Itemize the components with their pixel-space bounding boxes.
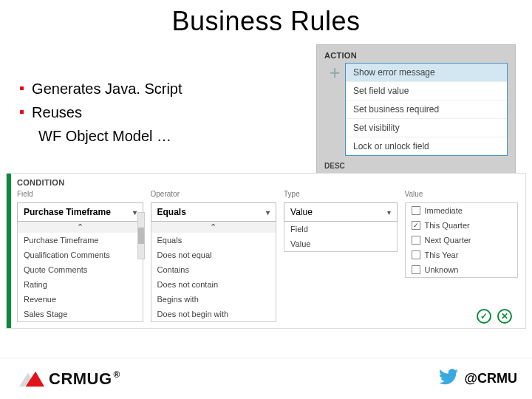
operator-option[interactable]: Equals [151, 233, 276, 248]
value-option-unknown[interactable]: Unknown [406, 262, 517, 277]
value-option-immediate[interactable]: Immediate [406, 203, 517, 218]
operator-column: Operator Equals ▾ ⌃ Equals Does not equa… [151, 190, 277, 322]
field-dropdown[interactable]: Purchase Timeframe ▾ ⌃ Purchase Timefram… [17, 202, 143, 322]
condition-accent [7, 174, 11, 328]
footer: CRMUG® @CRMU [0, 358, 532, 399]
field-option[interactable]: Purchase Timeframe [18, 233, 143, 248]
action-panel: ACTION + Show error message Set field va… [316, 44, 516, 190]
operator-selected: Equals [157, 207, 186, 217]
scroll-up-icon[interactable]: ⌃ [151, 222, 276, 233]
chevron-down-icon: ▾ [133, 208, 137, 216]
operator-option[interactable]: Begins with [151, 292, 276, 307]
bullet-glyph: ▪ [19, 100, 24, 123]
type-selected: Value [290, 207, 313, 217]
type-option[interactable]: Value [284, 236, 396, 251]
cancel-icon[interactable]: ✕ [497, 309, 512, 324]
checkbox-icon[interactable] [412, 236, 420, 245]
action-item-lock-unlock[interactable]: Lock or unlock field [346, 137, 507, 155]
action-header: ACTION [324, 51, 508, 60]
confirm-icon[interactable]: ✓ [477, 309, 491, 324]
crmug-logo: CRMUG® [19, 369, 120, 389]
chevron-down-icon: ▾ [387, 208, 391, 216]
operator-dropdown[interactable]: Equals ▾ ⌃ Equals Does not equal Contain… [151, 202, 277, 322]
value-column: Value Immediate This Quarter Next Quarte… [405, 190, 518, 322]
action-item-set-field-value[interactable]: Set field value [346, 82, 507, 100]
operator-option[interactable]: Contains [151, 262, 276, 277]
checkbox-icon[interactable] [412, 250, 420, 259]
twitter-icon [439, 367, 458, 390]
value-option-next-quarter[interactable]: Next Quarter [406, 233, 517, 248]
field-column: Field Purchase Timeframe ▾ ⌃ Purchase Ti… [17, 190, 143, 322]
operator-option[interactable]: Does not begin with [151, 307, 276, 321]
action-item-set-visibility[interactable]: Set visibility [346, 119, 507, 137]
field-option[interactable]: Sales Stage [18, 307, 143, 321]
field-option[interactable]: Quote Comments [18, 262, 143, 277]
type-option[interactable]: Field [284, 222, 396, 236]
value-option-this-year[interactable]: This Year [406, 248, 517, 262]
logo-mark-icon [19, 371, 44, 387]
field-option[interactable]: Revenue [18, 292, 143, 307]
bullet-glyph: ▪ [19, 77, 24, 99]
field-option[interactable]: Rating [18, 277, 143, 292]
field-label: Field [17, 190, 143, 198]
action-menu[interactable]: Show error message Set field value Set b… [345, 63, 508, 156]
action-item-set-business-required[interactable]: Set business required [346, 100, 507, 119]
operator-option[interactable]: Does not contain [151, 277, 276, 292]
chevron-down-icon: ▾ [266, 208, 270, 216]
value-label: Value [405, 190, 518, 198]
type-dropdown[interactable]: Value ▾ Field Value [284, 202, 397, 252]
type-label: Type [284, 190, 397, 198]
logo-text: CRMUG® [49, 369, 120, 389]
value-option-this-quarter[interactable]: This Quarter [406, 218, 517, 233]
bullet-3: WF Object Model … [38, 124, 171, 148]
scroll-up-icon[interactable]: ⌃ [18, 222, 143, 233]
field-selected: Purchase Timeframe [24, 207, 111, 217]
checkbox-icon[interactable] [412, 206, 420, 215]
slide-title: Business Rules [0, 6, 532, 37]
operator-option[interactable]: Does not equal [151, 248, 276, 262]
field-option[interactable]: Qualification Comments [18, 248, 143, 262]
bullet-2: Reuses [32, 100, 82, 124]
twitter-handle: @CRMU [464, 371, 517, 386]
scrollbar[interactable] [137, 212, 145, 259]
twitter-block: @CRMU [439, 367, 517, 390]
bullet-1: Generates Java. Script [32, 77, 182, 100]
operator-label: Operator [151, 190, 277, 198]
condition-panel: CONDITION Field Purchase Timeframe ▾ ⌃ P… [6, 173, 526, 329]
checkbox-icon[interactable] [412, 221, 420, 230]
bullet-list: ▪Generates Java. Script ▪Reuses WF Objec… [19, 77, 183, 148]
description-label: DESC [324, 162, 345, 170]
plus-icon[interactable]: + [324, 63, 345, 82]
action-item-show-error[interactable]: Show error message [346, 64, 507, 82]
condition-header: CONDITION [7, 174, 525, 190]
checkbox-icon[interactable] [412, 265, 420, 274]
type-column: Type Value ▾ Field Value [284, 190, 397, 322]
